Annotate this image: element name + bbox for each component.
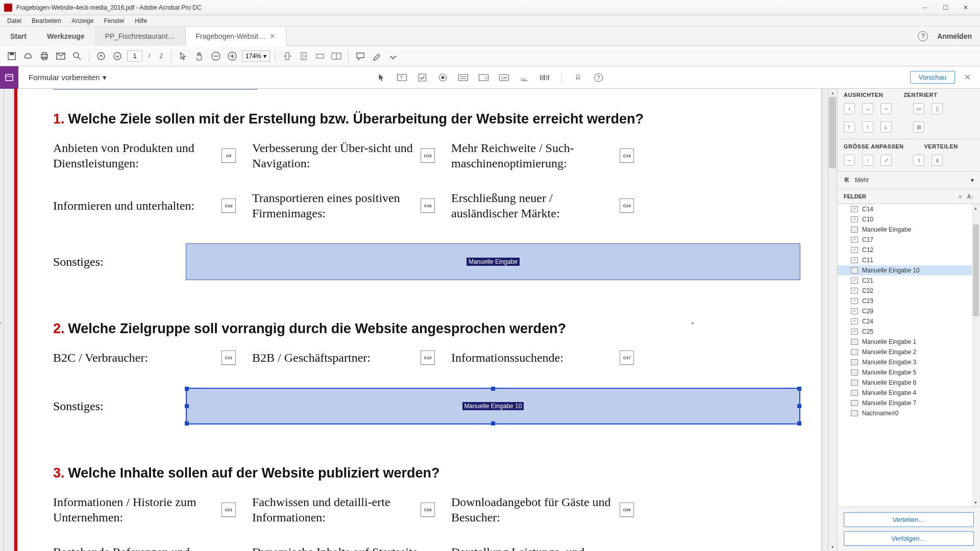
doc-tab-0[interactable]: PP_Fischrestaurant… bbox=[95, 27, 186, 46]
menu-hilfe[interactable]: Hilfe bbox=[130, 17, 152, 24]
align-bottom-icon[interactable]: ⫰ bbox=[880, 121, 892, 133]
vertical-scrollbar[interactable]: ▴ ▾ bbox=[828, 89, 837, 551]
center-h-icon[interactable]: ▭ bbox=[913, 103, 924, 114]
field-list-item[interactable]: C12 bbox=[838, 245, 972, 255]
minimize-button[interactable]: ─ bbox=[915, 0, 935, 15]
field-list-item[interactable]: Manuelle Eingabe 2 bbox=[838, 347, 972, 357]
document-area[interactable]: 1. Welche Ziele sollen mit der Erstellun… bbox=[4, 89, 837, 551]
field-list-item[interactable]: Manuelle Eingabe 10 bbox=[838, 265, 972, 276]
sign-icon[interactable] bbox=[386, 49, 400, 63]
selection-handle[interactable] bbox=[185, 404, 189, 408]
scroll-down-icon[interactable]: ▾ bbox=[828, 543, 837, 551]
distribute-v-icon[interactable]: ⫼ bbox=[932, 155, 943, 166]
field-c23[interactable]: C23 bbox=[421, 503, 435, 517]
tab-tools[interactable]: Werkzeuge bbox=[37, 27, 95, 46]
fields-scroll-thumb[interactable] bbox=[973, 224, 979, 316]
scroll-thumb[interactable] bbox=[829, 97, 836, 168]
selection-handle[interactable] bbox=[797, 421, 801, 425]
scroll-up-icon[interactable]: ▴ bbox=[971, 204, 980, 212]
field-list-item[interactable]: Nachname#0 bbox=[838, 408, 972, 418]
match-width-icon[interactable]: ↔ bbox=[844, 155, 855, 166]
mail-icon[interactable] bbox=[54, 49, 67, 63]
select-tool-icon[interactable] bbox=[376, 71, 388, 84]
chevron-right-icon[interactable]: ▸ bbox=[692, 320, 694, 325]
menu-bearbeiten[interactable]: Bearbeiten bbox=[27, 17, 66, 24]
field-list-item[interactable]: Manuelle Eingabe 7 bbox=[838, 398, 972, 408]
button-tool-icon[interactable]: OK bbox=[498, 71, 510, 84]
context-close-icon[interactable]: ✕ bbox=[961, 72, 974, 82]
field-c29[interactable]: C29 bbox=[620, 503, 634, 517]
field-c12[interactable]: C12 bbox=[421, 350, 435, 365]
field-c21[interactable]: C21 bbox=[222, 503, 236, 517]
field-list-item[interactable]: C10 bbox=[838, 214, 972, 224]
context-title[interactable]: Formular vorbereiten▾ bbox=[18, 73, 117, 82]
scroll-up-icon[interactable]: ▴ bbox=[828, 89, 837, 97]
align-top-icon[interactable]: ⫯ bbox=[844, 121, 855, 133]
align-center-h-icon[interactable]: ⫠ bbox=[862, 103, 873, 114]
doc-tab-1[interactable]: Fragebogen-Websit…✕ bbox=[186, 27, 287, 46]
field-list-item[interactable]: Manuelle Eingabe 3 bbox=[838, 357, 972, 367]
tab-close-icon[interactable]: ✕ bbox=[270, 32, 276, 40]
field-list-item[interactable]: C24 bbox=[838, 316, 972, 327]
truncated-field-top[interactable] bbox=[53, 89, 257, 90]
field-c9[interactable]: C9 bbox=[222, 148, 236, 163]
help-icon[interactable]: ? bbox=[593, 71, 605, 84]
form-tool-tab[interactable] bbox=[0, 66, 18, 89]
field-c14[interactable]: C14 bbox=[620, 198, 634, 213]
center-both-icon[interactable]: ⊞ bbox=[913, 121, 924, 133]
field-c16[interactable]: C16 bbox=[421, 198, 435, 213]
field-c11[interactable]: C11 bbox=[222, 350, 236, 365]
field-list-item[interactable]: C21 bbox=[838, 276, 972, 286]
pointer-icon[interactable] bbox=[177, 49, 190, 63]
center-v-icon[interactable]: ▯ bbox=[932, 103, 943, 114]
highlight-icon[interactable] bbox=[370, 49, 383, 63]
field-list-item[interactable]: Manuelle Eingabe 6 bbox=[838, 378, 972, 388]
distribute-h-icon[interactable]: ⫴ bbox=[913, 155, 924, 166]
field-list-item[interactable]: C14 bbox=[838, 204, 972, 214]
field-c17[interactable]: C17 bbox=[620, 350, 634, 365]
sort-az-icon[interactable]: A↓ bbox=[967, 193, 974, 199]
sort-icon[interactable]: ≡ bbox=[959, 193, 962, 199]
tab-start[interactable]: Start bbox=[0, 27, 37, 46]
distribute-button[interactable]: Verteilen… bbox=[844, 512, 974, 527]
align-middle-icon[interactable]: ⫲ bbox=[862, 121, 873, 133]
page-down-icon[interactable] bbox=[111, 49, 124, 63]
dropdown-tool-icon[interactable] bbox=[478, 71, 490, 84]
page-up-icon[interactable] bbox=[94, 49, 108, 63]
maximize-button[interactable]: ☐ bbox=[935, 0, 955, 15]
field-manuelle-eingabe[interactable]: Manuelle Eingabe bbox=[186, 243, 800, 280]
text-field-tool-icon[interactable]: T bbox=[396, 71, 408, 84]
login-link[interactable]: Anmelden bbox=[937, 32, 972, 40]
selection-handle[interactable] bbox=[797, 404, 801, 408]
comment-icon[interactable] bbox=[354, 49, 367, 63]
field-list-item[interactable]: Manuelle Eingabe 1 bbox=[838, 337, 972, 347]
field-c10[interactable]: C10 bbox=[222, 198, 236, 213]
hand-icon[interactable] bbox=[193, 49, 206, 63]
selection-handle[interactable] bbox=[185, 387, 189, 391]
selection-handle[interactable] bbox=[491, 387, 495, 391]
field-list-item[interactable]: C23 bbox=[838, 296, 972, 306]
scroll-down-icon[interactable]: ▾ bbox=[971, 498, 980, 507]
barcode-tool-icon[interactable] bbox=[539, 71, 551, 84]
radio-tool-icon[interactable] bbox=[437, 71, 449, 84]
fit-width-icon[interactable] bbox=[281, 49, 294, 63]
selection-handle[interactable] bbox=[185, 421, 189, 425]
search-icon[interactable] bbox=[70, 49, 84, 63]
reading-icon[interactable] bbox=[330, 49, 343, 63]
field-list-item[interactable]: C22 bbox=[838, 286, 972, 296]
menu-fenster[interactable]: Fenster bbox=[99, 17, 130, 24]
fields-scrollbar[interactable]: ▴ ▾ bbox=[972, 204, 980, 507]
match-height-icon[interactable]: ↕ bbox=[862, 155, 873, 166]
pin-icon[interactable] bbox=[572, 71, 584, 84]
preview-button[interactable]: Vorschau bbox=[910, 71, 955, 84]
field-list-item[interactable]: C29 bbox=[838, 306, 972, 316]
zoom-out-icon[interactable] bbox=[209, 49, 223, 63]
left-rail[interactable]: ▸ bbox=[0, 89, 4, 551]
selection-handle[interactable] bbox=[797, 387, 801, 391]
more-row[interactable]: 🛠 Mehr ▾ bbox=[838, 171, 980, 189]
list-tool-icon[interactable] bbox=[457, 71, 470, 84]
help-icon[interactable]: ? bbox=[918, 31, 928, 41]
field-list-item[interactable]: C17 bbox=[838, 235, 972, 245]
zoom-select[interactable]: 174%▾ bbox=[242, 51, 270, 62]
print-icon[interactable] bbox=[38, 49, 51, 63]
